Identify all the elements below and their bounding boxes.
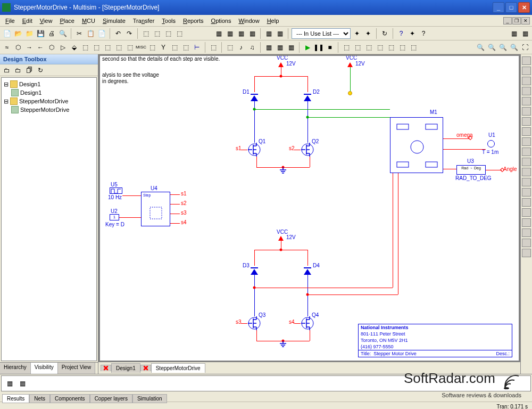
tb-comp-6[interactable]: ▦ — [275, 29, 285, 38]
instr-10[interactable] — [522, 148, 531, 156]
undo-icon[interactable]: ↶ — [113, 29, 123, 38]
menu-place[interactable]: Place — [56, 16, 78, 26]
menu-options[interactable]: Options — [208, 16, 235, 26]
diode-d3[interactable] — [251, 269, 258, 275]
sb-btn-1[interactable]: 🗀 — [2, 66, 12, 75]
doc-tab-design1[interactable]: Design1 — [111, 363, 140, 373]
instr-2[interactable] — [522, 67, 531, 75]
menu-tools[interactable]: Tools — [159, 16, 179, 26]
zoom-fit-icon[interactable]: 🔍 — [509, 43, 519, 52]
place-h-icon[interactable]: ⬚ — [114, 43, 123, 52]
menu-help[interactable]: Help — [264, 16, 282, 26]
tb-r2[interactable]: ▦ — [520, 29, 530, 38]
maximize-button[interactable]: □ — [505, 2, 517, 13]
component-u1[interactable] — [487, 140, 495, 148]
zoom-in-icon[interactable]: 🔍 — [476, 43, 485, 52]
tb-btn-a[interactable]: ⬚ — [141, 29, 151, 38]
instr-3[interactable] — [522, 77, 531, 85]
instr-20[interactable] — [522, 249, 531, 257]
pause-icon[interactable]: ❚❚ — [314, 43, 323, 52]
place-s-icon[interactable]: ▦ — [264, 43, 273, 52]
tb-btn-d[interactable]: ⬚ — [174, 29, 184, 38]
sim-d-icon[interactable]: ⬚ — [375, 43, 385, 52]
tb-btn-b[interactable]: ⬚ — [152, 29, 162, 38]
sim-c-icon[interactable]: ⬚ — [364, 43, 373, 52]
place-a-icon[interactable]: ⬡ — [13, 43, 23, 52]
motor-m1[interactable] — [390, 117, 443, 173]
in-use-list-combo[interactable]: --- In Use List --- — [292, 28, 351, 39]
sb-btn-2[interactable]: 🗀 — [13, 66, 23, 75]
mdi-minimize[interactable]: _ — [503, 17, 512, 24]
sim-f-icon[interactable]: ⬚ — [397, 43, 407, 52]
stop-icon[interactable]: ■ — [325, 43, 335, 52]
component-u2[interactable]: 1 — [110, 214, 119, 220]
place-diode-icon[interactable]: ▷ — [58, 43, 68, 52]
mosfet-q3[interactable] — [247, 316, 262, 330]
place-c-icon[interactable]: ← — [36, 43, 45, 52]
tree-stepper-file[interactable]: StepperMotorDrive — [4, 105, 94, 114]
diode-d2[interactable] — [304, 95, 311, 101]
menu-transfer[interactable]: Transfer — [130, 16, 158, 26]
instr-5[interactable] — [522, 97, 531, 105]
tb-e2[interactable]: ✦ — [363, 29, 373, 38]
place-i-icon[interactable]: ⬚ — [125, 43, 135, 52]
instr-9[interactable] — [522, 137, 531, 146]
mdi-restore[interactable]: ❐ — [512, 17, 521, 24]
instr-16[interactable] — [522, 208, 531, 217]
instr-14[interactable] — [522, 188, 531, 197]
sb-btn-3[interactable]: 🗍 — [24, 66, 34, 75]
preview-icon[interactable]: 🔍 — [58, 29, 68, 38]
tab-project-view[interactable]: Project View — [58, 363, 95, 374]
help-icon[interactable]: ? — [396, 29, 406, 38]
tab-visibility[interactable]: Visibility — [31, 363, 58, 374]
close-tab-icon[interactable]: 🗙 — [101, 365, 111, 371]
place-trans-icon[interactable]: ⬙ — [69, 43, 79, 52]
tb-e5[interactable]: ? — [419, 29, 428, 38]
place-b-icon[interactable]: → — [24, 43, 34, 52]
tb-comp-5[interactable]: ▦ — [264, 29, 273, 38]
close-button[interactable]: ✕ — [518, 2, 530, 13]
sim-e-icon[interactable]: ⬚ — [386, 43, 396, 52]
open2-icon[interactable]: 📁 — [24, 29, 34, 38]
instr-12[interactable] — [522, 168, 531, 176]
close-tab-icon-2[interactable]: 🗙 — [140, 365, 151, 371]
zoom-full-icon[interactable]: ⛶ — [520, 43, 530, 52]
menu-file[interactable]: File — [2, 16, 18, 26]
diode-d1[interactable] — [251, 95, 258, 101]
open-icon[interactable]: 📂 — [13, 29, 23, 38]
component-u4[interactable]: Step — [141, 192, 170, 226]
save-icon[interactable]: 💾 — [36, 29, 45, 38]
sim-a-icon[interactable]: ⬚ — [342, 43, 351, 52]
place-src-icon[interactable]: ≈ — [2, 43, 12, 52]
place-e-icon[interactable]: ⬚ — [80, 43, 90, 52]
place-r-icon[interactable]: ♫ — [247, 43, 257, 52]
tree-stepper[interactable]: ⊟StepperMotorDrive — [4, 97, 94, 105]
instr-17[interactable] — [522, 218, 531, 227]
zoom-out-icon[interactable]: 🔍 — [487, 43, 496, 52]
zoom-area-icon[interactable]: 🔍 — [498, 43, 508, 52]
place-bus-icon[interactable]: ⊢ — [192, 43, 202, 52]
place-m-icon[interactable]: ⬚ — [170, 43, 179, 52]
schematic-canvas[interactable]: second so that the details of each step … — [99, 55, 519, 361]
place-k-icon[interactable]: ⬚ — [147, 43, 157, 52]
place-o-icon[interactable]: ⬚ — [209, 43, 218, 52]
mosfet-q2[interactable] — [300, 143, 315, 157]
sim-g-icon[interactable]: ⬚ — [409, 43, 418, 52]
redo-icon[interactable]: ↷ — [124, 29, 134, 38]
cut-icon[interactable]: ✂ — [74, 29, 84, 38]
tree-design1[interactable]: ⊟Design1 — [4, 80, 94, 88]
bt-nets[interactable]: Nets — [29, 394, 50, 403]
instr-4[interactable] — [522, 87, 531, 95]
mdi-close[interactable]: ✕ — [521, 17, 530, 24]
sb-btn-4[interactable]: ↻ — [36, 66, 45, 75]
instr-15[interactable] — [522, 198, 531, 207]
place-f-icon[interactable]: ⬚ — [92, 43, 101, 52]
place-j-icon[interactable]: MISC — [136, 43, 146, 52]
paste-icon[interactable]: 📄 — [97, 29, 106, 38]
diode-d4[interactable] — [304, 269, 311, 275]
copy-icon[interactable]: 📋 — [86, 29, 95, 38]
tb-comp-2[interactable]: ▦ — [225, 29, 235, 38]
place-g-icon[interactable]: ⬚ — [103, 43, 112, 52]
tb-e3[interactable]: ↻ — [380, 29, 389, 38]
menu-window[interactable]: Window — [235, 16, 262, 26]
